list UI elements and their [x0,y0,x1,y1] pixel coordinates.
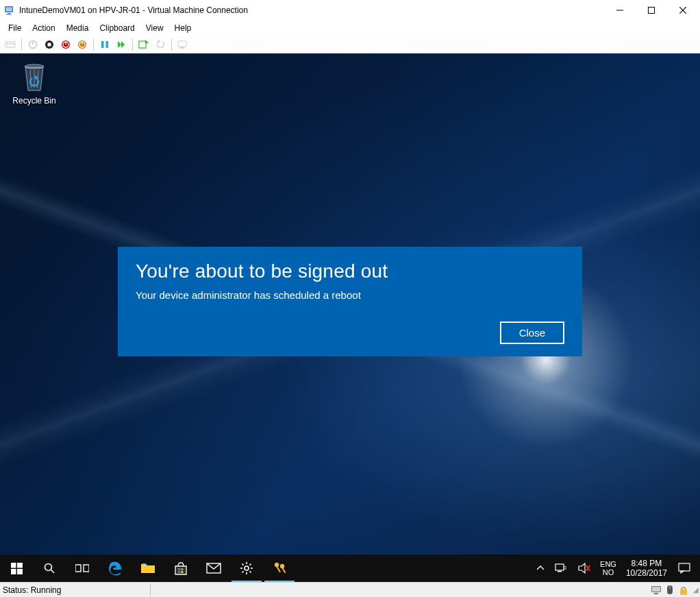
toolbar-separator [21,38,22,51]
tray-volume-icon[interactable] [573,555,596,582]
taskbar-mail[interactable] [197,555,230,582]
svg-line-56 [242,564,244,565]
svg-rect-2 [8,13,10,14]
svg-rect-49 [181,571,184,573]
tray-clock[interactable]: 8:48 PM 10/28/2017 [621,559,673,578]
svg-marker-27 [145,40,149,43]
svg-rect-42 [75,565,81,572]
clock-date: 10/28/2017 [626,568,667,578]
tray-overflow-button[interactable] [532,555,549,582]
svg-marker-68 [579,563,585,573]
app-icon [4,5,15,16]
recycle-bin-label: Recycle Bin [10,96,59,106]
svg-rect-38 [11,569,16,574]
svg-point-35 [25,64,44,69]
svg-point-51 [245,566,249,570]
statusbar-divider [150,584,151,596]
svg-rect-48 [178,571,181,573]
svg-rect-22 [101,41,104,48]
svg-marker-25 [121,41,125,48]
menu-help[interactable]: Help [169,22,197,34]
lang-bottom: NO [600,568,616,576]
tray-language[interactable]: ENG NO [596,560,621,576]
svg-rect-9 [7,43,8,45]
toolbar-start-grey[interactable] [25,37,40,52]
menu-view[interactable]: View [140,22,169,34]
toolbar-separator [132,38,133,51]
search-button[interactable] [33,555,66,582]
taskbar-settings[interactable] [230,555,263,582]
menu-file[interactable]: File [3,22,27,34]
status-mouse-icon [664,585,675,596]
svg-rect-78 [680,589,687,595]
toolbar-separator [171,38,172,51]
svg-rect-23 [106,41,109,48]
guest-taskbar: ENG NO 8:48 PM 10/28/2017 [0,555,700,582]
close-button[interactable] [667,0,699,21]
notification-message: Your device administrator has scheduled … [136,289,564,301]
statusbar: Status: Running ◢ [0,582,700,597]
taskbar-edge[interactable] [99,555,132,582]
toolbar-pause[interactable] [97,37,112,52]
toolbar-enhanced-session[interactable] [175,37,190,52]
svg-rect-1 [6,8,12,12]
svg-rect-15 [48,42,51,46]
svg-rect-26 [139,41,146,48]
menubar: File Action Media Clipboard View Help [0,21,700,36]
start-button[interactable] [0,555,33,582]
resize-grip-icon[interactable]: ◢ [693,586,697,594]
toolbar-revert[interactable] [153,37,168,52]
menu-clipboard[interactable]: Clipboard [94,22,140,34]
lang-top: ENG [600,560,616,568]
svg-rect-64 [555,564,564,570]
svg-rect-61 [276,566,281,573]
notification-title: You're about to be signed out [136,260,564,282]
svg-rect-10 [10,43,11,45]
status-text: Status: Running [3,585,61,595]
svg-rect-75 [654,593,658,594]
window-title: IntuneDemoVM01 on HPV-JR-01 - Virtual Ma… [19,5,604,15]
task-view-button[interactable] [66,555,99,582]
svg-rect-65 [558,571,562,572]
signout-notification: You're about to be signed out Your devic… [118,247,582,356]
svg-rect-44 [141,566,155,573]
status-lock-icon [678,585,689,596]
svg-rect-74 [652,587,660,592]
svg-point-40 [45,564,52,571]
status-display-icon [651,585,662,596]
toolbar-turn-off[interactable] [42,37,57,52]
toolbar-shut-down[interactable] [58,37,73,52]
vm-viewport[interactable]: Recycle Bin You're about to be signed ou… [0,53,700,582]
minimize-button[interactable] [604,0,636,21]
svg-rect-46 [178,568,181,570]
svg-line-59 [249,564,251,565]
taskbar-store[interactable] [164,555,197,582]
taskbar-file-explorer[interactable] [132,555,164,582]
toolbar-checkpoint[interactable] [136,37,151,52]
tray-action-center[interactable] [673,555,696,582]
svg-rect-3 [6,14,12,15]
toolbar-save[interactable] [75,37,90,52]
svg-rect-29 [178,41,186,47]
notification-close-button[interactable]: Close [500,321,564,344]
maximize-button[interactable] [636,0,667,21]
svg-rect-11 [12,43,14,45]
svg-rect-47 [181,568,184,570]
titlebar: IntuneDemoVM01 on HPV-JR-01 - Virtual Ma… [0,0,700,21]
toolbar-ctrl-alt-del[interactable] [3,37,18,52]
toolbar [0,36,700,53]
svg-line-58 [242,571,244,572]
toolbar-reset[interactable] [114,37,129,52]
svg-line-57 [249,571,251,572]
clock-time: 8:48 PM [626,559,667,568]
svg-line-41 [51,570,55,574]
tray-network-icon[interactable] [549,555,573,582]
menu-media[interactable]: Media [61,22,95,34]
recycle-bin-icon[interactable]: Recycle Bin [10,60,59,106]
menu-action[interactable]: Action [27,22,60,34]
svg-rect-30 [179,47,185,49]
svg-rect-43 [84,565,89,572]
guest-desktop[interactable]: Recycle Bin You're about to be signed ou… [0,53,700,582]
taskbar-security[interactable] [263,555,296,582]
svg-rect-36 [11,563,16,568]
